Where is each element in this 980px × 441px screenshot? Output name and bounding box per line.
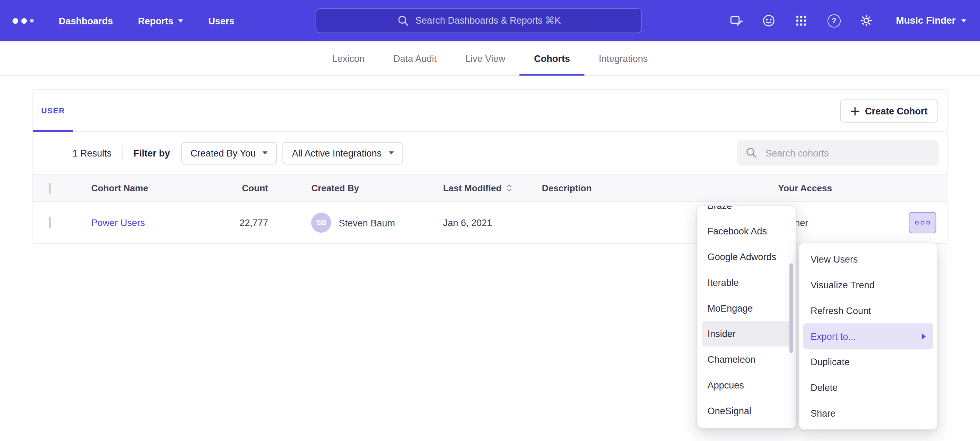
tab-data-audit[interactable]: Data Audit [379, 42, 451, 75]
menu-item-refresh-count[interactable]: Refresh Count [799, 298, 937, 323]
nav-item-users[interactable]: Users [208, 15, 235, 26]
logo-dot [21, 18, 27, 23]
filter-by-label: Filter by [134, 147, 170, 158]
chevron-down-icon [178, 19, 183, 22]
tab-user-cohorts[interactable]: USER [33, 90, 73, 131]
avatar: SB [311, 213, 331, 233]
top-nav: Dashboards Reports Users Search Dashboar… [0, 0, 980, 42]
cohort-search-input[interactable] [737, 140, 939, 166]
sort-arrows-icon[interactable] [506, 183, 513, 193]
nav-item-reports[interactable]: Reports [138, 15, 183, 26]
settings-gear-icon[interactable] [860, 14, 873, 28]
divider [123, 146, 123, 160]
chevron-down-icon [263, 151, 267, 154]
create-cohort-label: Create Cohort [865, 106, 928, 117]
tab-integrations[interactable]: Integrations [584, 42, 662, 75]
table-row: Power Users 22,777 SB Steven Baum Jan 6,… [33, 202, 947, 243]
search-icon [396, 14, 409, 27]
table-header-row: Cohort Name Count Created By Last Modifi… [33, 174, 947, 202]
last-modified-cell: Jan 6, 2021 [443, 217, 492, 228]
nav-item-label: Users [208, 15, 235, 26]
mixpanel-dots-logo[interactable] [13, 18, 34, 23]
menu-item-label: Export to... [811, 331, 856, 342]
export-target-braze[interactable]: Braze [697, 205, 795, 219]
top-nav-right: ? Music Finder [730, 0, 966, 42]
submenu-arrow-icon [922, 333, 926, 339]
header-created-by: Created By [311, 183, 360, 193]
logo-dot [30, 19, 34, 22]
whiteboard-edit-icon[interactable] [730, 14, 744, 28]
export-target-moengage[interactable]: MoEngage [697, 295, 795, 321]
primary-nav: Dashboards Reports Users [59, 15, 235, 26]
header-description: Description [542, 183, 592, 193]
tab-lexicon[interactable]: Lexicon [318, 42, 379, 75]
menu-item-view-users[interactable]: View Users [799, 246, 937, 272]
header-label: Last Modified [443, 183, 501, 193]
results-count: 1 Results [73, 147, 111, 158]
export-target-chameleon[interactable]: Chameleon [697, 347, 795, 372]
global-search-input[interactable]: Search Dashboards & Reports ⌘K [315, 8, 642, 33]
menu-item-export-to[interactable]: Export to... [803, 323, 933, 349]
header-cohort-name: Cohort Name [91, 183, 148, 193]
export-targets-menu: Braze Facebook Ads Google Adwords Iterab… [697, 205, 796, 428]
export-target-iterable[interactable]: Iterable [697, 270, 795, 295]
row-context-menu: View Users Visualize Trend Refresh Count… [799, 243, 937, 430]
header-last-modified[interactable]: Last Modified [443, 183, 512, 193]
export-target-appcues[interactable]: Appcues [697, 372, 795, 398]
export-target-facebook-ads[interactable]: Facebook Ads [697, 219, 795, 244]
cohort-search [737, 140, 939, 166]
tab-cohorts[interactable]: Cohorts [520, 42, 584, 75]
apps-grid-icon[interactable] [795, 14, 809, 28]
menu-item-visualize-trend[interactable]: Visualize Trend [799, 272, 937, 298]
ellipsis-icon [926, 221, 930, 225]
nav-item-dashboards[interactable]: Dashboards [59, 15, 113, 26]
filter-label: All Active Integrations [292, 147, 382, 158]
filter-created-by-dropdown[interactable]: Created By You [181, 142, 277, 164]
ellipsis-icon [921, 221, 924, 225]
create-cohort-button[interactable]: Create Cohort [840, 99, 938, 123]
plus-icon [851, 107, 859, 115]
question-mark-glyph: ? [827, 14, 841, 27]
chevron-down-icon [961, 19, 966, 22]
export-target-onesignal[interactable]: OneSignal [697, 398, 795, 423]
help-icon[interactable]: ? [827, 14, 841, 28]
cohorts-panel: USER Create Cohort 1 Results Filter by C… [33, 89, 948, 244]
search-icon [745, 146, 757, 159]
filter-label: Created By You [191, 147, 255, 158]
select-all-checkbox[interactable] [49, 182, 51, 193]
section-tabbar: Lexicon Data Audit Live View Cohorts Int… [0, 42, 980, 76]
nav-item-label: Reports [138, 15, 173, 26]
chevron-down-icon [388, 151, 393, 154]
ellipsis-icon [915, 221, 919, 225]
menu-item-delete[interactable]: Delete [799, 375, 937, 400]
feedback-smiley-icon[interactable] [762, 14, 776, 28]
created-by-name: Steven Baum [339, 217, 395, 228]
export-target-insider[interactable]: Insider [702, 321, 791, 347]
row-actions-button[interactable] [909, 212, 936, 233]
logo-dot [13, 18, 18, 23]
row-checkbox[interactable] [49, 217, 51, 228]
panel-header: USER Create Cohort [33, 90, 947, 132]
menu-item-duplicate[interactable]: Duplicate [799, 349, 937, 375]
global-search-placeholder: Search Dashboards & Reports ⌘K [415, 15, 560, 26]
header-count: Count [206, 183, 268, 193]
created-by-cell: SB Steven Baum [311, 213, 395, 233]
menu-scrollbar[interactable] [789, 263, 793, 353]
app-root: Dashboards Reports Users Search Dashboar… [0, 0, 980, 441]
export-targets-list: Braze Facebook Ads Google Adwords Iterab… [697, 205, 795, 423]
header-your-access: Your Access [778, 183, 832, 193]
menu-item-share[interactable]: Share [799, 400, 937, 426]
nav-item-label: Dashboards [59, 15, 113, 26]
cohort-name-link[interactable]: Power Users [91, 217, 145, 228]
cohort-count: 22,777 [206, 217, 268, 228]
filter-toolbar: 1 Results Filter by Created By You All A… [33, 132, 947, 174]
tab-live-view[interactable]: Live View [451, 42, 520, 75]
export-target-google-adwords[interactable]: Google Adwords [697, 244, 795, 270]
filter-integrations-dropdown[interactable]: All Active Integrations [283, 142, 403, 164]
workspace-switcher[interactable]: Music Finder [896, 15, 966, 26]
workspace-name: Music Finder [896, 15, 956, 26]
context-menu-list: View Users Visualize Trend Refresh Count… [799, 246, 937, 426]
